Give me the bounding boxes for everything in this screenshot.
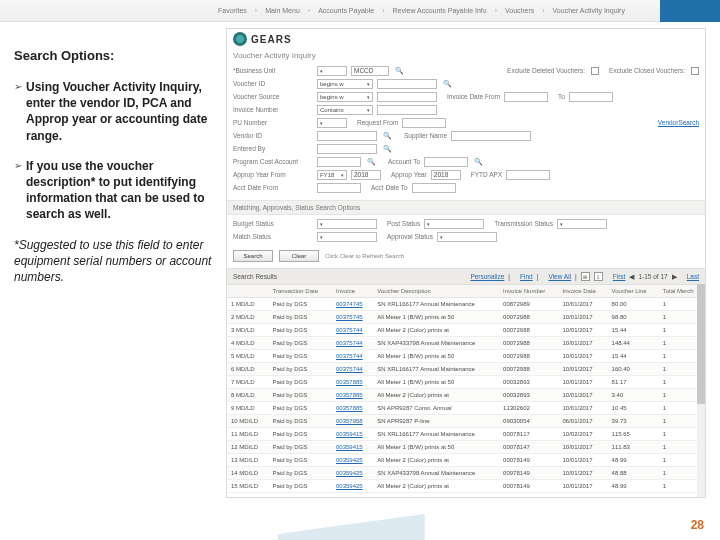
table-cell: 111.83 bbox=[608, 441, 659, 454]
table-cell[interactable]: 00359415 bbox=[332, 428, 373, 441]
table-cell[interactable]: 00375744 bbox=[332, 350, 373, 363]
table-row[interactable]: 9 MD/LDPaid by DGS00357885SN APR9287 Con… bbox=[227, 402, 705, 415]
pu-number-select[interactable]: ▾ bbox=[317, 118, 347, 128]
crumb[interactable]: Main Menu bbox=[265, 7, 300, 14]
section-matching-status[interactable]: Matching, Approvals, Status Search Optio… bbox=[227, 200, 705, 215]
crumb[interactable]: Review Accounts Payable Info bbox=[393, 7, 487, 14]
table-cell[interactable]: 00359425 bbox=[332, 480, 373, 493]
col-header[interactable]: Voucher Line bbox=[608, 285, 659, 298]
table-row[interactable]: 7 MD/LDPaid by DGS00357885All Meter 1 (B… bbox=[227, 376, 705, 389]
find-link[interactable]: Find bbox=[520, 273, 533, 280]
table-cell[interactable]: 00375744 bbox=[332, 324, 373, 337]
business-unit-select[interactable]: ▾ bbox=[317, 66, 347, 76]
voucher-id-op[interactable]: begins w▾ bbox=[317, 79, 373, 89]
approp-from-select[interactable]: FY18▾ bbox=[317, 170, 347, 180]
table-row[interactable]: 15 MD/LDPaid by DGS00359425All Meter 2 (… bbox=[227, 480, 705, 493]
post-status-select[interactable]: ▾ bbox=[424, 219, 484, 229]
search-icon[interactable]: 🔍 bbox=[395, 67, 404, 75]
table-cell[interactable]: 00357958 bbox=[332, 415, 373, 428]
table-cell[interactable]: 00375745 bbox=[332, 311, 373, 324]
request-from-input[interactable] bbox=[402, 118, 446, 128]
grid-icon[interactable]: ⊞ bbox=[581, 272, 590, 281]
col-header[interactable]: Invoice Number bbox=[499, 285, 558, 298]
first-link[interactable]: First bbox=[613, 273, 626, 280]
table-row[interactable]: 11 MD/LDPaid by DGS00359415SN XRL166177 … bbox=[227, 428, 705, 441]
approp-to-value[interactable]: 2018 bbox=[431, 170, 461, 180]
search-icon[interactable]: 🔍 bbox=[367, 158, 376, 166]
pca-input[interactable] bbox=[317, 157, 361, 167]
table-cell[interactable]: 00357885 bbox=[332, 376, 373, 389]
table-row[interactable]: 3 MD/LDPaid by DGS00375744All Meter 2 (C… bbox=[227, 324, 705, 337]
transmission-status-select[interactable]: ▾ bbox=[557, 219, 607, 229]
approval-status-select[interactable]: ▾ bbox=[437, 232, 497, 242]
clear-button[interactable]: Clear bbox=[279, 250, 319, 262]
voucher-source-input[interactable] bbox=[377, 92, 437, 102]
table-cell[interactable]: 00359425 bbox=[332, 454, 373, 467]
acct-date-to-input[interactable] bbox=[412, 183, 456, 193]
table-row[interactable]: 10 MD/LDPaid by DGS00357958SN APR9287 P-… bbox=[227, 415, 705, 428]
match-status-select[interactable]: ▾ bbox=[317, 232, 377, 242]
fytd-apx-input[interactable] bbox=[506, 170, 550, 180]
table-row[interactable]: 1 MD/LDPaid by DGS00374745SN XRL166177 A… bbox=[227, 298, 705, 311]
table-row[interactable]: 14 MD/LDPaid by DGS00359425SN XAP433798 … bbox=[227, 467, 705, 480]
table-cell[interactable]: 00357885 bbox=[332, 402, 373, 415]
invoice-number-op[interactable]: Contains▾ bbox=[317, 105, 373, 115]
page-title: Voucher Activity Inquiry bbox=[227, 49, 705, 64]
budget-status-select[interactable]: ▾ bbox=[317, 219, 377, 229]
search-icon[interactable]: 🔍 bbox=[383, 145, 392, 153]
vendor-id-input[interactable] bbox=[317, 131, 377, 141]
table-row[interactable]: 4 MD/LDPaid by DGS00375744SN XAP433798 A… bbox=[227, 337, 705, 350]
crumb[interactable]: Voucher Activity Inquiry bbox=[553, 7, 625, 14]
search-button[interactable]: Search bbox=[233, 250, 273, 262]
entered-by-input[interactable] bbox=[317, 144, 377, 154]
exclude-closed-checkbox[interactable] bbox=[691, 67, 699, 75]
col-header[interactable]: Invoice Date bbox=[558, 285, 607, 298]
table-cell[interactable]: 00359415 bbox=[332, 441, 373, 454]
scroll-thumb[interactable] bbox=[697, 284, 705, 404]
table-row[interactable]: 5 MD/LDPaid by DGS00375744All Meter 1 (B… bbox=[227, 350, 705, 363]
scrollbar[interactable] bbox=[697, 284, 705, 497]
voucher-id-input[interactable] bbox=[377, 79, 437, 89]
table-cell: 10/01/2017 bbox=[558, 480, 607, 493]
table-cell[interactable]: 00374745 bbox=[332, 298, 373, 311]
search-icon[interactable]: 🔍 bbox=[474, 158, 483, 166]
table-row[interactable]: 6 MD/LDPaid by DGS00375744SN XRL166177 A… bbox=[227, 363, 705, 376]
table-row[interactable]: 12 MD/LDPaid by DGS00359415All Meter 1 (… bbox=[227, 441, 705, 454]
personalize-link[interactable]: Personalize bbox=[470, 273, 504, 280]
vendor-search-link[interactable]: VendorSearch bbox=[658, 119, 699, 126]
invoice-number-input[interactable] bbox=[377, 105, 437, 115]
view-all-link[interactable]: View All bbox=[548, 273, 571, 280]
table-cell[interactable]: 00359425 bbox=[332, 467, 373, 480]
invoice-date-from-input[interactable] bbox=[504, 92, 548, 102]
table-cell: 9 MD/LD bbox=[227, 402, 269, 415]
table-cell: 10/01/2017 bbox=[558, 363, 607, 376]
table-cell: 10/01/2017 bbox=[558, 311, 607, 324]
table-cell[interactable]: 00375744 bbox=[332, 363, 373, 376]
table-row[interactable]: 13 MD/LDPaid by DGS00359425All Meter 2 (… bbox=[227, 454, 705, 467]
table-cell[interactable]: 00357885 bbox=[332, 389, 373, 402]
crumb[interactable]: Accounts Payable bbox=[318, 7, 374, 14]
table-row[interactable]: 8 MD/LDPaid by DGS00357885All Meter 2 (C… bbox=[227, 389, 705, 402]
voucher-source-op[interactable]: begins w▾ bbox=[317, 92, 373, 102]
table-row[interactable]: 2 MD/LDPaid by DGS00375745All Meter 1 (B… bbox=[227, 311, 705, 324]
col-header[interactable] bbox=[227, 285, 269, 298]
crumb[interactable]: Favorites bbox=[218, 7, 247, 14]
search-icon[interactable]: 🔍 bbox=[383, 132, 392, 140]
instruction-panel: Search Options: ➢ Using Voucher Activity… bbox=[14, 48, 224, 285]
approp-from-value[interactable]: 2018 bbox=[351, 170, 381, 180]
col-header[interactable]: Invoice bbox=[332, 285, 373, 298]
crumb[interactable]: Vouchers bbox=[505, 7, 534, 14]
export-icon[interactable]: ⇩ bbox=[594, 272, 603, 281]
col-header[interactable]: Voucher Description bbox=[373, 285, 499, 298]
last-link[interactable]: Last bbox=[687, 273, 699, 280]
table-cell[interactable]: 00375744 bbox=[332, 337, 373, 350]
account-to-input[interactable] bbox=[424, 157, 468, 167]
business-unit-value[interactable]: MCCD bbox=[351, 66, 389, 76]
acct-date-from-input[interactable] bbox=[317, 183, 361, 193]
exclude-deleted-checkbox[interactable] bbox=[591, 67, 599, 75]
supplier-name-input[interactable] bbox=[451, 131, 531, 141]
search-icon[interactable]: 🔍 bbox=[443, 80, 452, 88]
table-cell: 00078117 bbox=[499, 428, 558, 441]
invoice-date-to-input[interactable] bbox=[569, 92, 613, 102]
col-header[interactable]: Transaction Date bbox=[269, 285, 332, 298]
